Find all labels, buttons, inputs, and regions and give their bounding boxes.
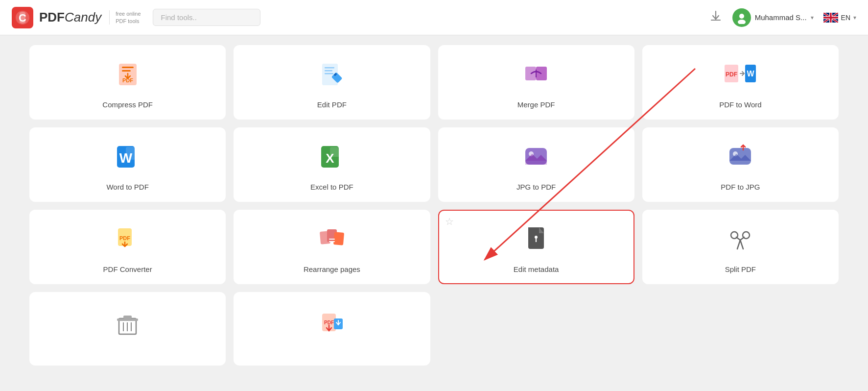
merge-pdf-label: Merge PDF — [517, 100, 555, 109]
tool-word-to-pdf[interactable]: W Word to PDF — [29, 127, 226, 202]
word-to-pdf-icon: W — [113, 142, 142, 178]
excel-to-pdf-icon: X — [317, 142, 347, 178]
tool-excel-to-pdf[interactable]: X Excel to PDF — [234, 127, 430, 202]
lang-selector[interactable]: EN ▾ — [823, 13, 856, 23]
user-name: Muhammad S... — [755, 13, 807, 22]
jpg-to-pdf-label: JPG to PDF — [516, 183, 556, 191]
main-content: PDF Compress PDF Edit PDF — [0, 35, 868, 391]
tool-pdf-converter[interactable]: PDF PDF Converter — [29, 210, 226, 284]
edit-pdf-label: Edit PDF — [317, 100, 347, 109]
svg-line-45 — [740, 237, 744, 240]
svg-rect-13 — [325, 70, 332, 72]
tool-edit-metadata[interactable]: ☆ i Edit metadata — [438, 210, 634, 284]
svg-rect-9 — [122, 70, 131, 72]
tool-pdf-partial[interactable]: PDF — [234, 292, 430, 366]
tool-delete-pages[interactable] — [29, 292, 226, 366]
excel-to-pdf-label: Excel to PDF — [310, 183, 353, 191]
avatar — [732, 8, 751, 27]
rearrange-pages-icon — [317, 224, 347, 260]
pdf-converter-icon: PDF — [113, 224, 142, 260]
svg-rect-49 — [117, 318, 138, 321]
svg-text:PDF: PDF — [119, 235, 130, 241]
svg-rect-28 — [330, 147, 340, 157]
svg-line-47 — [740, 240, 743, 249]
svg-rect-31 — [525, 161, 547, 165]
pdf-to-word-icon: PDF W — [724, 60, 757, 96]
svg-text:C: C — [19, 12, 26, 24]
svg-rect-32 — [729, 148, 751, 165]
logo-brand: PDF — [39, 10, 65, 25]
logo-subtitle: free online PDF tools — [109, 10, 141, 24]
tool-compress-pdf[interactable]: PDF Compress PDF — [29, 45, 226, 120]
svg-rect-38 — [333, 232, 344, 245]
star-icon[interactable]: ☆ — [445, 216, 454, 227]
logo-icon: C — [12, 7, 33, 28]
tool-pdf-to-word[interactable]: PDF W PDF to Word — [642, 45, 839, 120]
tools-grid: PDF Compress PDF Edit PDF — [29, 45, 839, 366]
download-icon[interactable] — [709, 9, 723, 26]
jpg-to-pdf-icon — [521, 142, 551, 178]
pdf-to-word-label: PDF to Word — [719, 100, 761, 109]
tool-pdf-to-jpg[interactable]: PDF to JPG — [642, 127, 839, 202]
svg-line-46 — [737, 240, 740, 249]
svg-text:W: W — [747, 70, 755, 78]
svg-rect-50 — [123, 316, 132, 318]
pdf-to-jpg-label: PDF to JPG — [721, 183, 760, 191]
header-right: Muhammad S... ▾ EN ▾ — [709, 8, 856, 27]
rearrange-pages-label: Rearrange pages — [304, 265, 360, 273]
split-pdf-icon — [726, 224, 755, 260]
svg-rect-14 — [325, 73, 333, 74]
pdf-converter-label: PDF Converter — [103, 265, 152, 273]
word-to-pdf-label: Word to PDF — [106, 183, 148, 191]
svg-line-44 — [736, 237, 740, 240]
compress-pdf-icon: PDF — [113, 60, 142, 96]
tool-rearrange-pages[interactable]: Rearrange pages — [234, 210, 430, 284]
compress-pdf-label: Compress PDF — [102, 100, 153, 109]
tool-edit-pdf[interactable]: Edit PDF — [234, 45, 430, 120]
pdf-partial-icon: PDF — [317, 312, 347, 345]
tool-merge-pdf[interactable]: Merge PDF — [438, 45, 634, 120]
edit-metadata-icon: i — [521, 224, 551, 260]
lang-dropdown-icon: ▾ — [853, 14, 856, 21]
lang-label: EN — [841, 14, 850, 22]
header: C PDFCandy free online PDF tools Find to… — [0, 0, 868, 35]
svg-rect-12 — [325, 67, 334, 69]
split-pdf-label: Split PDF — [725, 265, 756, 273]
flag-icon — [823, 13, 838, 23]
merge-pdf-icon — [521, 60, 551, 96]
search-input[interactable]: Find tools.. — [153, 9, 260, 26]
svg-point-41 — [535, 236, 538, 239]
svg-text:PDF: PDF — [324, 320, 334, 325]
svg-rect-25 — [126, 147, 136, 160]
logo-area: C PDFCandy free online PDF tools — [12, 7, 141, 28]
svg-text:PDF: PDF — [726, 71, 737, 78]
edit-pdf-icon — [317, 60, 347, 96]
pdf-to-jpg-icon — [726, 142, 755, 178]
svg-point-4 — [739, 14, 744, 19]
delete-pages-icon — [114, 312, 141, 345]
svg-rect-8 — [122, 67, 134, 68]
tool-split-pdf[interactable]: Split PDF — [642, 210, 839, 284]
tool-jpg-to-pdf[interactable]: JPG to PDF — [438, 127, 634, 202]
logo-italic: Candy — [65, 10, 101, 25]
edit-metadata-label: Edit metadata — [514, 265, 559, 273]
user-dropdown-icon: ▾ — [811, 14, 814, 21]
user-area[interactable]: Muhammad S... ▾ — [732, 8, 814, 27]
